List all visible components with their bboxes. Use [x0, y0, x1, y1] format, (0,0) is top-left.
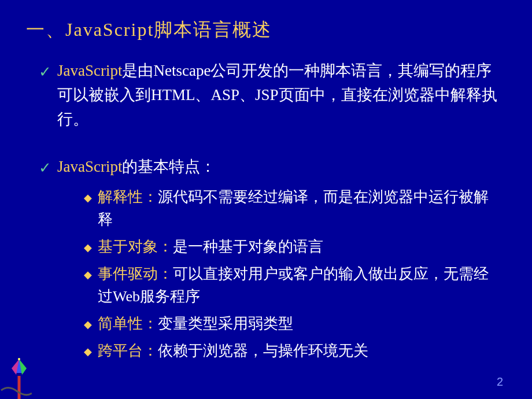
body-text: 变量类型采用弱类型: [158, 315, 293, 332]
highlight: 事件驱动：: [98, 265, 173, 282]
body-text: 是由Netscape公司开发的一种脚本语言，其编写的程序可以被嵌入到HTML、A…: [57, 62, 497, 128]
bullet-text: 事件驱动：可以直接对用户或客户的输入做出反应，无需经过Web服务程序: [98, 263, 500, 308]
highlight: 简单性：: [98, 315, 158, 332]
bullet-level1: ✓ JavaScript的基本特点：: [39, 155, 500, 180]
highlight: 基于对象：: [98, 238, 173, 255]
bullet-level2: ◆ 跨平台：依赖于浏览器，与操作环境无关: [84, 339, 500, 362]
bullet-text: 解释性：源代码不需要经过编译，而是在浏览器中运行被解释: [98, 186, 500, 231]
highlight: JavaScript: [57, 62, 122, 79]
bullet-level2: ◆ 解释性：源代码不需要经过编译，而是在浏览器中运行被解释: [84, 186, 500, 231]
body-text: 依赖于浏览器，与操作环境无关: [158, 342, 368, 359]
checkmark-icon: ✓: [39, 157, 51, 180]
bullet-text: 简单性：变量类型采用弱类型: [98, 312, 293, 335]
spacer: [26, 138, 500, 155]
bullet-text: 基于对象：是一种基于对象的语言: [98, 235, 323, 258]
checkmark-icon: ✓: [39, 61, 51, 84]
slide-content: 一、JavaScript脚本语言概述 ✓ JavaScript是由Netscap…: [0, 0, 532, 378]
bullet-level2: ◆ 简单性：变量类型采用弱类型: [84, 312, 500, 335]
bullet-level2: ◆ 事件驱动：可以直接对用户或客户的输入做出反应，无需经过Web服务程序: [84, 263, 500, 308]
diamond-icon: ◆: [84, 317, 92, 332]
decoration-icon: [0, 356, 32, 399]
page-number: 2: [497, 375, 503, 389]
highlight: 跨平台：: [98, 342, 158, 359]
highlight: JavaScript: [57, 158, 122, 175]
bullet-text: JavaScript的基本特点：: [57, 155, 216, 179]
diamond-icon: ◆: [84, 240, 92, 256]
bullet-text: JavaScript是由Netscape公司开发的一种脚本语言，其编写的程序可以…: [57, 59, 500, 132]
bullet-level1: ✓ JavaScript是由Netscape公司开发的一种脚本语言，其编写的程序…: [39, 59, 500, 132]
bullet-level2: ◆ 基于对象：是一种基于对象的语言: [84, 235, 500, 258]
slide-title: 一、JavaScript脚本语言概述: [26, 17, 500, 43]
body-text: 是一种基于对象的语言: [173, 238, 323, 255]
diamond-icon: ◆: [84, 267, 92, 283]
body-text: 的基本特点：: [122, 158, 216, 175]
highlight: 解释性：: [98, 189, 158, 205]
svg-point-4: [18, 358, 20, 360]
bullet-text: 跨平台：依赖于浏览器，与操作环境无关: [98, 339, 368, 362]
diamond-icon: ◆: [84, 344, 92, 360]
diamond-icon: ◆: [84, 190, 92, 206]
